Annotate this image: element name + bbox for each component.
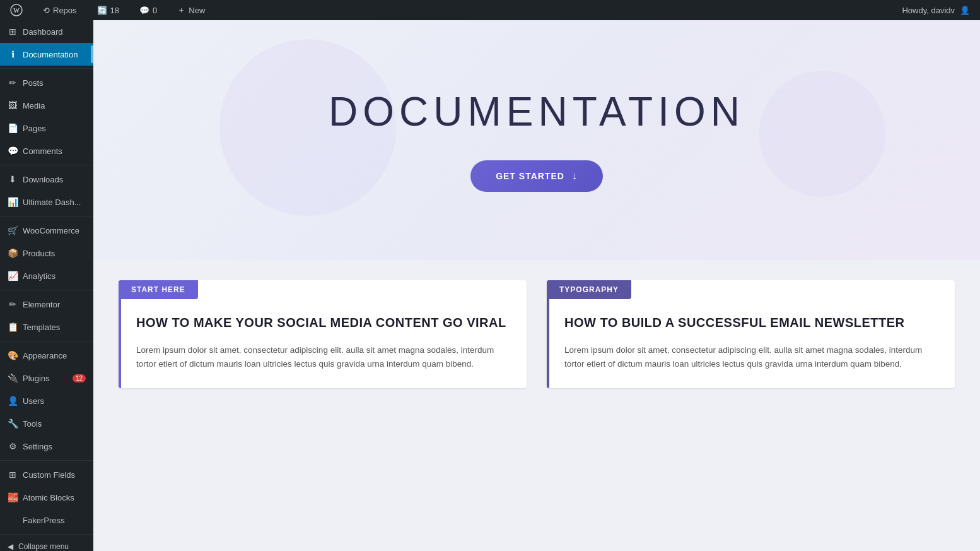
sidebar-item-downloads[interactable]: ⬇ Downloads — [0, 168, 93, 191]
menu-divider-2 — [0, 165, 93, 165]
get-started-label: GET STARTED — [496, 171, 564, 181]
sidebar-item-pages[interactable]: 📄 Pages — [0, 117, 93, 139]
menu-divider-3 — [0, 216, 93, 216]
sidebar-item-products[interactable]: 📦 Products — [0, 242, 93, 264]
templates-icon: 📋 — [8, 322, 18, 332]
sidebar-item-atomic-blocks[interactable]: 🧱 Atomic Blocks — [0, 486, 93, 509]
elementor-icon: ✏ — [8, 299, 18, 309]
fakerpress-icon — [8, 515, 18, 525]
updates-count: 18 — [110, 6, 119, 15]
main-content: DOCUMENTATION GET STARTED ↓ START HERE H… — [93, 20, 980, 551]
sidebar-label-users: Users — [23, 396, 86, 406]
sidebar-item-dashboard[interactable]: ⊞ Dashboard — [0, 20, 93, 43]
plugins-icon: 🔌 — [8, 373, 18, 383]
sidebar-label-appearance: Appearance — [23, 351, 86, 360]
sidebar-item-settings[interactable]: ⚙ Settings — [0, 435, 93, 458]
card-title-typography: HOW TO BUILD A SUCCESSFUL EMAIL NEWSLETT… — [564, 314, 937, 331]
sidebar-item-elementor[interactable]: ✏ Elementor — [0, 293, 93, 316]
avatar-icon: 👤 — [960, 6, 970, 15]
sidebar-label-settings: Settings — [23, 442, 86, 451]
sidebar-item-analytics[interactable]: 📈 Analytics — [0, 264, 93, 287]
tools-icon: 🔧 — [8, 418, 18, 429]
sidebar-item-custom-fields[interactable]: ⊞ Custom Fields — [0, 463, 93, 486]
sidebar-item-woocommerce[interactable]: 🛒 WooCommerce — [0, 219, 93, 242]
sidebar-label-woocommerce: WooCommerce — [23, 226, 86, 235]
appearance-icon: 🎨 — [8, 350, 18, 360]
repos-icon: ⟲ — [43, 6, 50, 15]
sidebar-label-dashboard: Dashboard — [23, 27, 86, 37]
admin-sidebar: ⊞ Dashboard ℹ Documentation ✏ Posts 🖼 Me… — [0, 20, 93, 551]
dashboard-icon: ⊞ — [8, 27, 18, 37]
sidebar-item-fakerpress[interactable]: FakerPress — [0, 509, 93, 531]
comments-button[interactable]: 💬 0 — [134, 0, 162, 20]
sidebar-label-custom-fields: Custom Fields — [23, 470, 86, 480]
sidebar-label-elementor: Elementor — [23, 300, 86, 309]
repos-button[interactable]: ⟲ Repos — [38, 0, 82, 20]
sidebar-label-fakerpress: FakerPress — [23, 516, 86, 525]
collapse-menu-button[interactable]: ◀ Collapse menu — [0, 537, 93, 551]
wp-logo-button[interactable]: W — [5, 0, 28, 20]
sidebar-item-ultimate-dash[interactable]: 📊 Ultimate Dash... — [0, 191, 93, 213]
card-title-start-here: HOW TO MAKE YOUR SOCIAL MEDIA CONTENT GO… — [136, 314, 509, 331]
products-icon: 📦 — [8, 248, 18, 258]
card-border-typography — [547, 280, 549, 388]
sidebar-item-templates[interactable]: 📋 Templates — [0, 316, 93, 338]
arrow-down-icon: ↓ — [572, 170, 578, 182]
menu-divider-1 — [0, 68, 93, 69]
sidebar-item-users[interactable]: 👤 Users — [0, 389, 93, 412]
sidebar-item-media[interactable]: 🖼 Media — [0, 94, 93, 117]
sidebar-item-documentation[interactable]: ℹ Documentation — [0, 43, 93, 66]
documentation-icon: ℹ — [8, 49, 18, 59]
sidebar-item-appearance[interactable]: 🎨 Appearance — [0, 344, 93, 367]
woocommerce-icon: 🛒 — [8, 225, 18, 235]
sidebar-label-comments: Comments — [23, 146, 86, 156]
sidebar-label-downloads: Downloads — [23, 175, 86, 184]
hero-bg-circle-2 — [759, 71, 885, 197]
new-label: New — [189, 6, 205, 15]
updates-icon: 🔄 — [97, 6, 107, 15]
card-typography: TYPOGRAPHY HOW TO BUILD A SUCCESSFUL EMA… — [547, 280, 955, 388]
sidebar-item-plugins[interactable]: 🔌 Plugins 12 — [0, 367, 93, 389]
downloads-icon: ⬇ — [8, 174, 18, 184]
collapse-icon: ◀ — [8, 542, 13, 551]
card-tag-start-here: START HERE — [119, 280, 198, 299]
menu-divider-5 — [0, 341, 93, 341]
sidebar-label-ultimate-dash: Ultimate Dash... — [23, 198, 86, 207]
menu-divider-4 — [0, 290, 93, 290]
get-started-button[interactable]: GET STARTED ↓ — [470, 160, 603, 192]
comments-icon: 💬 — [139, 6, 149, 15]
sidebar-label-templates: Templates — [23, 323, 86, 332]
ultimate-dash-icon: 📊 — [8, 197, 18, 207]
sidebar-label-plugins: Plugins — [23, 374, 66, 383]
users-icon: 👤 — [8, 396, 18, 406]
sidebar-label-pages: Pages — [23, 124, 86, 133]
atomic-blocks-icon: 🧱 — [8, 492, 18, 502]
sidebar-item-comments[interactable]: 💬 Comments — [0, 139, 93, 162]
new-content-button[interactable]: ＋ New — [172, 0, 210, 20]
hero-section: DOCUMENTATION GET STARTED ↓ — [93, 20, 980, 260]
sidebar-label-atomic-blocks: Atomic Blocks — [23, 493, 86, 502]
repos-label: Repos — [53, 6, 77, 15]
posts-icon: ✏ — [8, 78, 18, 88]
collapse-label: Collapse menu — [18, 542, 69, 551]
sidebar-item-posts[interactable]: ✏ Posts — [0, 71, 93, 94]
comments-menu-icon: 💬 — [8, 146, 18, 156]
analytics-icon: 📈 — [8, 271, 18, 281]
sidebar-label-products: Products — [23, 249, 86, 258]
wp-logo-icon: W — [10, 4, 23, 16]
hero-title: DOCUMENTATION — [329, 88, 745, 135]
card-body-start-here: HOW TO MAKE YOUR SOCIAL MEDIA CONTENT GO… — [119, 314, 527, 388]
card-body-typography: HOW TO BUILD A SUCCESSFUL EMAIL NEWSLETT… — [547, 314, 955, 388]
sidebar-label-posts: Posts — [23, 78, 86, 88]
plus-icon: ＋ — [177, 4, 185, 16]
updates-button[interactable]: 🔄 18 — [92, 0, 124, 20]
sidebar-label-analytics: Analytics — [23, 271, 86, 281]
pages-icon: 📄 — [8, 123, 18, 133]
sidebar-label-documentation: Documentation — [23, 50, 86, 59]
menu-divider-6 — [0, 460, 93, 461]
sidebar-item-tools[interactable]: 🔧 Tools — [0, 412, 93, 435]
sidebar-label-tools: Tools — [23, 419, 86, 429]
sidebar-label-media: Media — [23, 101, 86, 110]
svg-text:W: W — [13, 7, 20, 14]
media-icon: 🖼 — [8, 100, 18, 110]
